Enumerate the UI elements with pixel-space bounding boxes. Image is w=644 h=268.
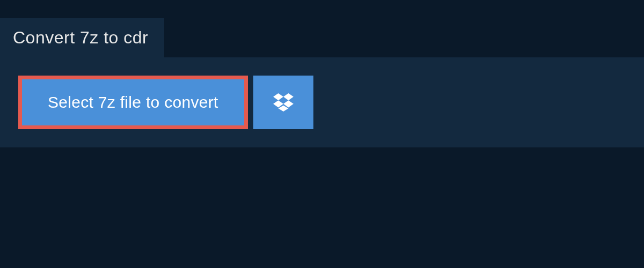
active-tab[interactable]: Convert 7z to cdr [0, 18, 164, 57]
dropbox-icon [273, 93, 294, 111]
convert-panel: Select 7z file to convert [0, 57, 644, 147]
upload-actions: Select 7z file to convert [18, 76, 626, 129]
tab-title: Convert 7z to cdr [13, 28, 148, 47]
select-file-label: Select 7z file to convert [48, 93, 218, 111]
select-file-button[interactable]: Select 7z file to convert [18, 76, 248, 129]
dropbox-button[interactable] [253, 76, 313, 129]
